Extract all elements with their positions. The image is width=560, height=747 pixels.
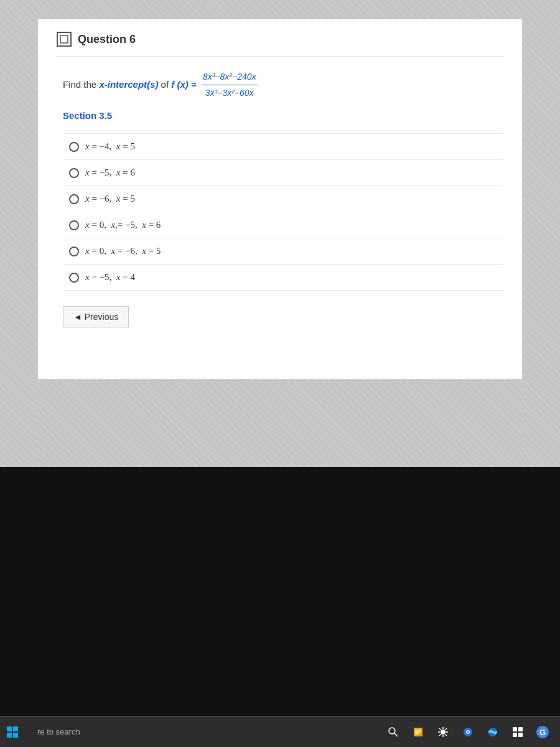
dark-area xyxy=(0,467,560,747)
svg-rect-25 xyxy=(513,727,517,731)
question-title: Question 6 xyxy=(78,33,136,46)
function-label: f (x) = xyxy=(171,79,196,90)
taskbar-icon-g[interactable]: G xyxy=(531,721,554,743)
taskbar-search[interactable]: re to search xyxy=(25,727,93,736)
prompt-start: Find the xyxy=(63,79,99,90)
svg-point-22 xyxy=(467,731,469,733)
start-button[interactable] xyxy=(0,716,25,748)
question-header: Question 6 xyxy=(57,32,503,57)
svg-line-16 xyxy=(439,728,441,730)
option-text-6: x = −5, x = 4 xyxy=(85,272,135,283)
option-row-3[interactable]: x = −6, x = 5 xyxy=(63,186,503,212)
option-text-2: x = −5, x = 6 xyxy=(85,167,135,178)
question-icon xyxy=(57,32,72,47)
fraction-denominator: 3x³−3x²−60x xyxy=(204,85,255,101)
fraction: 8x³−8x²−240x 3x³−3x²−60x xyxy=(202,69,258,101)
svg-line-17 xyxy=(446,734,447,736)
question-prompt: Find the x-intercept(s) of f (x) = 8x³−8… xyxy=(63,69,503,101)
option-row-1[interactable]: x = −4, x = 5 xyxy=(63,133,503,160)
option-text-4: x = 0, x,= −5, x = 6 xyxy=(85,220,161,230)
prompt-middle: of xyxy=(158,79,171,90)
taskbar-icon-grid[interactable] xyxy=(506,721,529,743)
option-text-5: x = 0, x = −6, x = 5 xyxy=(85,246,161,256)
fraction-numerator: 8x³−8x²−240x xyxy=(202,69,258,85)
svg-text:G: G xyxy=(539,728,546,737)
svg-line-18 xyxy=(446,728,447,730)
gray-footer xyxy=(37,380,523,467)
radio-1[interactable] xyxy=(69,142,79,152)
option-text-1: x = −4, x = 5 xyxy=(85,141,135,152)
svg-point-11 xyxy=(441,730,446,735)
svg-rect-10 xyxy=(415,733,419,735)
taskbar-icons: G xyxy=(382,721,560,743)
radio-3[interactable] xyxy=(69,194,79,204)
taskbar-icon-search[interactable] xyxy=(382,721,404,743)
svg-line-6 xyxy=(394,733,398,736)
svg-rect-27 xyxy=(513,733,517,737)
svg-rect-26 xyxy=(518,727,523,731)
taskbar-icon-file[interactable] xyxy=(407,721,429,743)
svg-rect-3 xyxy=(7,733,12,738)
taskbar-icon-light[interactable] xyxy=(432,721,454,743)
option-row-5[interactable]: x = 0, x = −6, x = 5 xyxy=(63,238,503,265)
option-row-2[interactable]: x = −5, x = 6 xyxy=(63,160,503,186)
option-text-3: x = −6, x = 5 xyxy=(85,194,135,204)
svg-rect-4 xyxy=(13,733,18,738)
svg-line-19 xyxy=(439,734,441,736)
prompt-highlight: x-intercept(s) xyxy=(99,79,158,90)
svg-rect-0 xyxy=(60,35,68,43)
section-label: Section 3.5 xyxy=(63,110,503,121)
svg-rect-8 xyxy=(415,730,421,731)
options-list: x = −4, x = 5 x = −5, x = 6 x = −6, x = … xyxy=(63,133,503,291)
option-row-6[interactable]: x = −5, x = 4 xyxy=(63,265,503,291)
previous-button[interactable]: ◄ Previous xyxy=(63,306,129,327)
svg-point-5 xyxy=(389,728,395,734)
taskbar: re to search xyxy=(0,716,560,747)
taskbar-icon-music[interactable] xyxy=(457,721,479,743)
search-hint: re to search xyxy=(37,727,80,736)
radio-2[interactable] xyxy=(69,168,79,178)
svg-rect-2 xyxy=(13,726,18,731)
radio-6[interactable] xyxy=(69,273,79,283)
taskbar-icon-browser[interactable] xyxy=(482,721,504,743)
svg-rect-1 xyxy=(7,726,12,731)
svg-rect-9 xyxy=(415,731,421,733)
option-row-4[interactable]: x = 0, x,= −5, x = 6 xyxy=(63,212,503,238)
question-card: Question 6 Find the x-intercept(s) of f … xyxy=(37,19,523,380)
svg-rect-28 xyxy=(518,733,523,737)
radio-5[interactable] xyxy=(69,247,79,256)
radio-4[interactable] xyxy=(69,220,79,230)
